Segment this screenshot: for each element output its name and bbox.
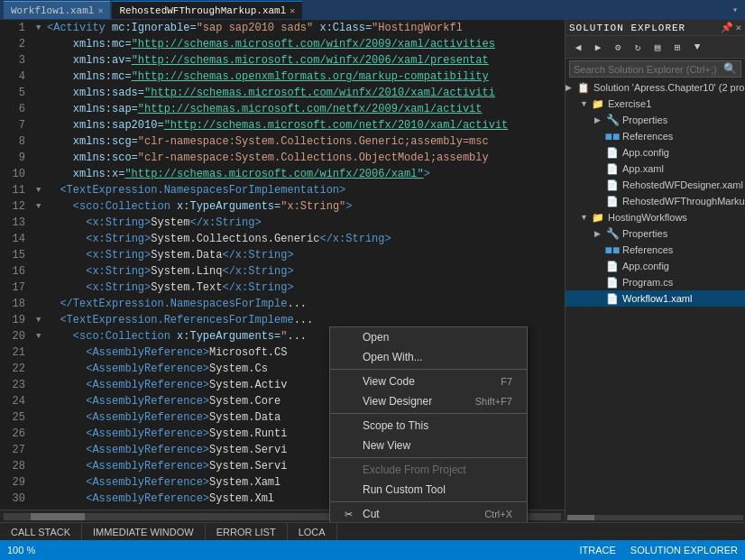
tree-item[interactable]: ▶📋Solution 'Apress.Chapter10' (2 pro (566, 79, 745, 96)
se-window-controls[interactable]: 📌 ✕ (721, 22, 741, 33)
tree-node-icon: 📄 (605, 259, 620, 273)
menu-label: Open With... (363, 351, 423, 363)
bottom-tab-locals[interactable]: LOCA (288, 523, 337, 540)
menu-item-new-view[interactable]: New View (330, 436, 527, 455)
se-scrollbar-thumb[interactable] (567, 515, 594, 520)
expand-icon[interactable]: ▼ (36, 182, 47, 198)
menu-separator (330, 369, 527, 370)
tree-node-icon: 📄 (605, 275, 620, 289)
main-layout: 1234567891011121314151617181920212223242… (0, 20, 745, 522)
menu-label: Open (363, 331, 389, 344)
se-refresh-button[interactable]: ↻ (629, 38, 647, 56)
menu-label: View Designer (363, 395, 432, 408)
code-line: <x:String>System.Text</x:String> (36, 280, 565, 296)
tree-expand-icon[interactable]: ▼ (580, 213, 591, 222)
se-pin-icon[interactable]: 📌 (721, 22, 733, 33)
menu-item-cut[interactable]: ✂CutCtrl+X (330, 504, 527, 522)
tree-node-label: Exercise1 (608, 98, 651, 109)
solution-explorer-panel: SOLUTION EXPLORER 📌 ✕ ◀ ▶ ⚙ ↻ ▤ ⊞ ▼ 🔍 ▶📋… (565, 20, 745, 522)
code-line-content: <x:String>System.Collections.Generic</x:… (47, 231, 391, 247)
tree-item[interactable]: ■■References (566, 242, 745, 258)
menu-item-view-designer[interactable]: View DesignerShift+F7 (330, 391, 527, 411)
tree-item[interactable]: ■■References (566, 128, 745, 144)
tab-rehosted-label: RehostedWFThroughMarkup.xaml (119, 5, 286, 16)
code-line-content: <Activity mc:Ignorable="sap sap2010 sads… (47, 20, 463, 36)
tree-node-label: HostingWorkflows (608, 212, 687, 223)
tree-item[interactable]: ▼📁Exercise1 (566, 96, 745, 112)
code-line: ▼ <sco:Collection x:TypeArguments="x:Str… (36, 198, 565, 215)
menu-icon-cut: ✂ (345, 509, 359, 520)
expand-icon[interactable]: ▼ (36, 312, 47, 328)
menu-item-run-custom-tool[interactable]: Run Custom Tool (330, 480, 527, 500)
menu-label: Run Custom Tool (363, 483, 446, 496)
tree-item[interactable]: ▶🔧Properties (566, 225, 745, 242)
expand-icon[interactable]: ▼ (36, 198, 47, 215)
menu-shortcut: Shift+F7 (475, 396, 512, 407)
tree-item[interactable]: 📄RehostedWFThroughMarku (566, 193, 745, 209)
code-line-content: xmlns:mc="http://schemas.openxmlformats.… (47, 69, 489, 85)
context-menu: OpenOpen With...View CodeF7View Designer… (329, 326, 528, 522)
code-line-content: xmlns:sap2010="http://schemas.microsoft.… (47, 117, 508, 133)
tree-node-label: RehostedWFThroughMarku (622, 196, 745, 207)
bottom-tab-immediate[interactable]: IMMEDIATE WINDOW (82, 523, 206, 540)
scrollbar-thumb[interactable] (31, 513, 85, 520)
status-bar: 100 % ITRACE SOLUTION EXPLORER (0, 540, 745, 560)
menu-item-scope-to-this[interactable]: Scope to This (330, 416, 527, 436)
expand-icon[interactable]: ▼ (36, 328, 47, 344)
se-properties-button[interactable]: ⚙ (609, 38, 627, 56)
se-search-input[interactable] (574, 64, 723, 75)
status-left: 100 % (7, 545, 35, 555)
se-collapse-button[interactable]: ▤ (648, 38, 667, 56)
code-line-content: xmlns:av="http://schemas.microsoft.com/w… (47, 52, 489, 69)
tab-workflow1-close[interactable]: ✕ (97, 5, 103, 16)
se-search-bar[interactable]: 🔍 (569, 60, 741, 78)
bottom-panel: CALL STACK IMMEDIATE WINDOW ERROR LIST L… (0, 522, 745, 540)
menu-item-open-with...[interactable]: Open With... (330, 347, 527, 367)
tree-node-label: App.config (622, 261, 669, 271)
tree-expand-icon[interactable]: ▶ (566, 83, 576, 92)
tree-item[interactable]: 📄App.config (566, 144, 745, 161)
code-line-content: <TextExpression.ReferencesForImpleme... (47, 312, 313, 328)
code-line-content: <x:String>System</x:String> (47, 215, 262, 231)
status-right: ITRACE SOLUTION EXPLORER (579, 545, 738, 555)
tree-item[interactable]: 📄Program.cs (566, 274, 745, 290)
tree-item[interactable]: 📄App.xaml (566, 161, 745, 177)
tab-bar: Workflow1.xaml ✕ RehostedWFThroughMarkup… (0, 0, 745, 20)
bottom-tab-callstack[interactable]: CALL STACK (0, 523, 82, 540)
tab-rehosted-close[interactable]: ✕ (290, 5, 295, 16)
zoom-level: 100 % (7, 545, 35, 555)
se-close-icon[interactable]: ✕ (735, 22, 741, 33)
tree-expand-icon[interactable]: ▶ (594, 115, 605, 124)
line-numbers: 1234567891011121314151617181920212223242… (0, 20, 32, 510)
tree-item[interactable]: ▶🔧Properties (566, 112, 745, 128)
menu-item-view-code[interactable]: View CodeF7 (330, 372, 527, 391)
se-title: SOLUTION EXPLORER (569, 23, 685, 33)
tab-overflow-button[interactable]: ▾ (729, 5, 741, 15)
tree-item[interactable]: 📄App.config (566, 258, 745, 274)
se-more-button[interactable]: ▼ (688, 38, 706, 56)
code-line: ▼<Activity mc:Ignorable="sap sap2010 sad… (36, 20, 565, 36)
code-line: xmlns:sco="clr-namespace:System.Collecti… (36, 150, 565, 166)
bottom-tab-errorlist[interactable]: ERROR LIST (206, 523, 288, 540)
se-filter-button[interactable]: ⊞ (668, 38, 686, 56)
tree-item[interactable]: 📄Workflow1.xaml (566, 290, 745, 307)
tree-node-label: Program.cs (622, 277, 673, 288)
tree-item[interactable]: ▼📁HostingWorkflows (566, 209, 745, 225)
expand-icon[interactable]: ▼ (36, 20, 47, 36)
editor-area[interactable]: 1234567891011121314151617181920212223242… (0, 20, 565, 522)
tab-workflow1[interactable]: Workflow1.xaml ✕ (4, 1, 110, 19)
code-line-content: <TextExpression.NamespacesForImplementat… (47, 182, 345, 198)
se-scrollbar-track[interactable] (567, 515, 743, 520)
se-back-button[interactable]: ◀ (569, 38, 587, 56)
se-status-label: SOLUTION EXPLORER (630, 545, 738, 555)
tree-expand-icon[interactable]: ▼ (580, 99, 591, 108)
code-line: <x:String>System.Data</x:String> (36, 247, 565, 263)
se-scrollbar[interactable] (566, 513, 745, 522)
tree-item[interactable]: 📄RehostedWFDesigner.xaml (566, 177, 745, 193)
menu-item-exclude-from-project: Exclude From Project (330, 460, 527, 480)
tab-rehosted[interactable]: RehostedWFThroughMarkup.xaml ✕ (112, 1, 302, 19)
tree-expand-icon[interactable]: ▶ (594, 229, 605, 238)
se-forward-button[interactable]: ▶ (589, 38, 607, 56)
menu-item-open[interactable]: Open (330, 327, 527, 347)
code-line-content: <AssemblyReference>System.Xaml (47, 474, 281, 491)
